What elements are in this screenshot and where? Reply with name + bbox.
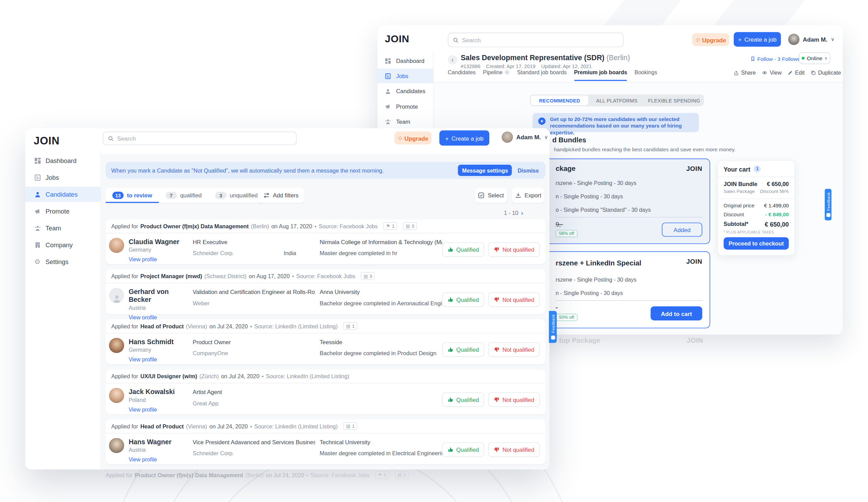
- bookmark-icon: [751, 56, 755, 61]
- search-field[interactable]: [448, 33, 624, 48]
- view-button[interactable]: View: [762, 70, 782, 76]
- segment-all-platforms[interactable]: ALL PLATFORMS: [588, 95, 646, 105]
- candidate-name: Hans Wagner: [128, 438, 193, 446]
- flag-icon: ⚑: [378, 472, 382, 478]
- candidate-card: Applied forProject Manager (mwd) (Schwaz…: [105, 269, 545, 314]
- not-qualified-button[interactable]: Not qualified: [488, 442, 540, 457]
- sidebar-item-dashboard[interactable]: Dashboard: [378, 53, 433, 68]
- sidebar-item-team[interactable]: Team: [25, 221, 101, 236]
- job-updated: Updated: Apr 12, 2021: [541, 64, 592, 69]
- follow-link[interactable]: Follow - 3 Followers: [751, 56, 805, 62]
- add-filters-button[interactable]: Add filters: [257, 188, 304, 203]
- feedback-tab[interactable]: Feedback: [825, 189, 831, 221]
- candidate-country: Austria: [128, 446, 193, 453]
- segment-recommended[interactable]: RECOMMENDED: [531, 95, 588, 105]
- tab-qualified[interactable]: 7qualified: [159, 188, 208, 203]
- search-field[interactable]: [103, 132, 297, 145]
- share-button[interactable]: Share: [734, 70, 756, 76]
- candidate-name: Hans Schmidt: [128, 338, 193, 346]
- select-button[interactable]: Select: [475, 188, 507, 203]
- dismiss-button[interactable]: Dismiss: [517, 167, 538, 173]
- info-icon: i: [505, 70, 510, 75]
- candidate-name: Jack Kowalski: [128, 388, 193, 396]
- plus-icon: +: [445, 135, 448, 142]
- edit-button[interactable]: Edit: [788, 70, 805, 76]
- join-logo: JOIN: [686, 258, 702, 265]
- export-button[interactable]: Export: [512, 188, 544, 203]
- doc-badge: ▤1: [395, 471, 409, 479]
- tab-pipeline[interactable]: Pipeline i: [483, 69, 509, 76]
- online-status-dropdown[interactable]: Online ∨: [799, 52, 830, 64]
- sidebar-item-company[interactable]: Company: [25, 237, 101, 252]
- not-qualified-button[interactable]: Not qualified: [488, 392, 540, 407]
- candidate-country: Germany: [128, 246, 193, 253]
- sidebar-item-settings[interactable]: ⚙ Settings: [25, 254, 101, 269]
- user-menu[interactable]: Adam M. ∨: [502, 132, 548, 143]
- user-menu[interactable]: Adam M. ∨: [788, 34, 835, 45]
- sparkle-icon: [695, 38, 700, 42]
- tab-standard-job-boards[interactable]: Standard job boards: [517, 69, 567, 76]
- view-profile-link[interactable]: View profile: [128, 406, 157, 414]
- add-to-cart-button[interactable]: Add to cart: [651, 306, 702, 320]
- qualified-button[interactable]: Qualified: [442, 243, 485, 257]
- sidebar-item-candidates[interactable]: Candidates: [378, 84, 433, 99]
- view-profile-link[interactable]: View profile: [128, 256, 157, 264]
- platform-segments: RECOMMENDED ALL PLATFORMS FLEXIBLE SPEND…: [530, 94, 704, 106]
- tab-bookings[interactable]: Bookings: [635, 69, 657, 76]
- qualified-button[interactable]: Qualified: [442, 292, 485, 307]
- original-price-strikethrough: 9,-: [556, 221, 563, 228]
- bundles-subtext: handpicked bundles reaching the best can…: [554, 147, 736, 152]
- not-qualified-button[interactable]: Not qualified: [488, 243, 540, 257]
- thumb-down-icon: [494, 347, 500, 352]
- not-qualified-button[interactable]: Not qualified: [488, 342, 540, 357]
- feedback-tab[interactable]: Feedback: [549, 311, 557, 343]
- chevron-down-icon: ∨: [831, 37, 835, 42]
- duplicate-button[interactable]: Duplicate: [810, 70, 841, 76]
- candidates-icon: [34, 191, 41, 198]
- search-input[interactable]: [462, 37, 619, 43]
- faded-bundle-title: tup Package: [559, 337, 600, 345]
- qualified-button[interactable]: Qualified: [442, 442, 485, 457]
- tab-unqualified[interactable]: 3unqualified: [209, 188, 265, 203]
- view-profile-link[interactable]: View profile: [128, 456, 157, 464]
- tab-candidates[interactable]: Candidates: [448, 69, 476, 76]
- sidebar-item-dashboard[interactable]: Dashboard: [25, 153, 101, 168]
- sidebar-item-promote[interactable]: Promote: [378, 99, 433, 114]
- added-button[interactable]: Added: [662, 223, 702, 237]
- sidebar-item-team[interactable]: Team: [378, 114, 433, 129]
- discount-badge: 56% off: [556, 230, 578, 237]
- tab-premium-job-boards[interactable]: Premium job boards: [574, 69, 627, 76]
- job-created: Created: Apr 17, 2019: [486, 64, 535, 69]
- back-button[interactable]: ‹: [448, 55, 457, 65]
- message-settings-button[interactable]: Message settings: [458, 165, 512, 176]
- search-input[interactable]: [117, 135, 292, 142]
- doc-badge: ▤3: [361, 272, 375, 280]
- sidebar-item-promote[interactable]: Promote: [25, 204, 101, 219]
- avatar: [502, 132, 513, 143]
- dot-separator: •: [292, 273, 294, 279]
- segment-flexible-spending[interactable]: FLEXIBLE SPENDING: [646, 95, 703, 105]
- qualified-button[interactable]: Qualified: [442, 392, 485, 407]
- sidebar-item-candidates[interactable]: Candidates: [25, 187, 101, 202]
- view-profile-link[interactable]: View profile: [128, 356, 157, 364]
- filter-icon: [263, 192, 269, 198]
- dot-separator: •: [250, 323, 252, 329]
- sidebar-item-jobs[interactable]: Jobs: [378, 69, 433, 83]
- online-dot-icon: [802, 57, 804, 60]
- create-job-button[interactable]: + Create a job: [734, 32, 781, 47]
- doc-badge: ▤3: [403, 222, 417, 230]
- eye-icon: [762, 70, 767, 75]
- sidebar-item-jobs[interactable]: Jobs: [25, 170, 101, 185]
- subtotal-row: Subtotal*€ 650,00: [724, 221, 789, 228]
- upgrade-button[interactable]: Upgrade: [394, 132, 432, 145]
- proceed-to-checkout-button[interactable]: Proceed to checkout: [724, 237, 789, 250]
- cart-panel: Your cart 1 JOIN Bundle Sales Package € …: [717, 160, 795, 256]
- original-price-strikethrough: -: [556, 304, 558, 311]
- thumb-down-icon: [494, 247, 500, 252]
- tab-to-review[interactable]: 13to review: [105, 188, 159, 203]
- next-page-button[interactable]: ›: [521, 210, 523, 216]
- not-qualified-button[interactable]: Not qualified: [488, 292, 540, 307]
- upgrade-button[interactable]: Upgrade: [692, 33, 729, 46]
- create-job-button[interactable]: + Create a job: [440, 130, 490, 145]
- qualified-button[interactable]: Qualified: [442, 342, 485, 357]
